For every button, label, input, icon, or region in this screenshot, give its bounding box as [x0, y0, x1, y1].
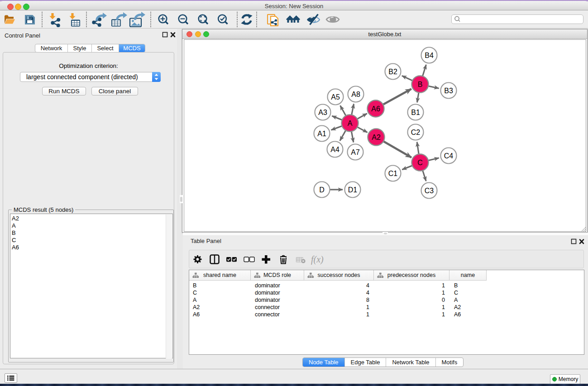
svg-text:C: C	[417, 159, 423, 167]
svg-text:B: B	[418, 81, 423, 88]
svg-text:C3: C3	[425, 187, 434, 195]
svg-text:A5: A5	[331, 93, 340, 101]
svg-text:C4: C4	[444, 152, 454, 160]
svg-text:A3: A3	[318, 109, 327, 116]
svg-text:C1: C1	[388, 170, 398, 177]
svg-text:A6: A6	[371, 105, 380, 113]
svg-text:A: A	[348, 119, 353, 127]
svg-text:A2: A2	[372, 133, 381, 141]
svg-text:B2: B2	[388, 68, 397, 76]
svg-text:f(x): f(x)	[311, 254, 324, 265]
svg-text:A7: A7	[351, 148, 360, 156]
svg-text:B3: B3	[444, 87, 453, 95]
svg-text:D1: D1	[348, 186, 358, 194]
svg-text:A8: A8	[351, 91, 360, 98]
svg-text:A4: A4	[330, 146, 339, 153]
svg-text:B4: B4	[425, 52, 434, 59]
svg-text:A1: A1	[317, 130, 326, 138]
svg-text:D: D	[319, 186, 325, 194]
svg-text:C2: C2	[411, 129, 421, 136]
svg-text:B1: B1	[411, 109, 420, 116]
